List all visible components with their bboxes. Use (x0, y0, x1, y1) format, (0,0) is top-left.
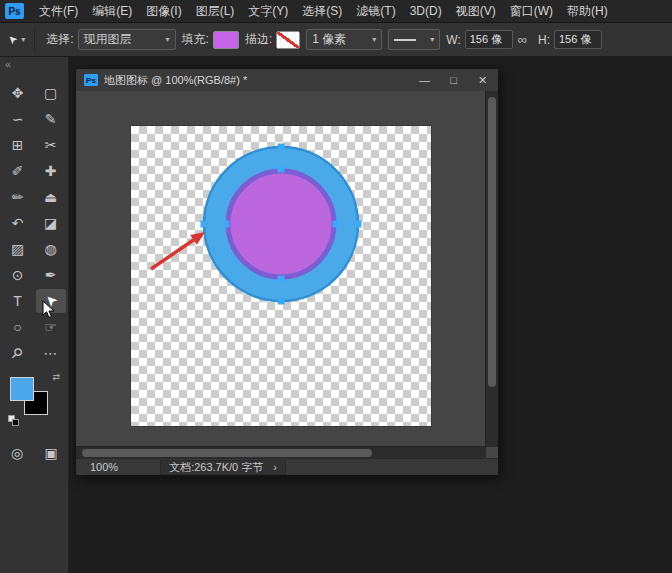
width-input[interactable]: 156 像 (465, 30, 513, 49)
brush-icon: ✏ (12, 189, 24, 205)
anchor-handle[interactable] (278, 166, 285, 173)
anchor-handle[interactable] (355, 221, 362, 228)
canvas-area[interactable] (76, 91, 486, 447)
menu-help[interactable]: 帮助(H) (560, 0, 615, 23)
line-style-icon (394, 39, 416, 41)
annotation-arrow (151, 232, 205, 269)
anchor-handle[interactable] (278, 144, 285, 151)
chevron-down-icon: ▾ (166, 35, 170, 44)
tool-more[interactable]: ⋯ (36, 341, 66, 365)
document-info: 文档:263.7K/0 字节 › (160, 460, 286, 475)
tool-quick-mask[interactable]: ◎ (5, 441, 29, 465)
stroke-style-dropdown[interactable]: ▾ (388, 29, 440, 50)
mouse-cursor-icon (42, 300, 56, 319)
tool-slice[interactable]: ✂ (36, 133, 66, 157)
fill-label: 填充: (182, 31, 209, 48)
document-statusbar: 100% 文档:263.7K/0 字节 › (76, 458, 498, 475)
gradient-icon: ▨ (11, 241, 24, 257)
document-title: 地图图标 @ 100%(RGB/8#) * (104, 73, 411, 88)
menu-window[interactable]: 窗口(W) (503, 0, 560, 23)
inner-circle-shape[interactable] (228, 171, 334, 277)
tool-blur[interactable]: ◍ (36, 237, 66, 261)
anchor-handle[interactable] (278, 276, 285, 283)
tool-screen-mode[interactable]: ▣ (39, 441, 63, 465)
foreground-color-swatch[interactable] (10, 377, 34, 401)
zoom-icon: ⚲ (8, 344, 27, 363)
menu-3d[interactable]: 3D(D) (403, 1, 449, 21)
tool-healing-brush[interactable]: ✚ (36, 159, 66, 183)
horizontal-scrollbar-thumb[interactable] (82, 449, 372, 457)
zoom-level[interactable]: 100% (90, 461, 118, 473)
stroke-width-value: 1 像素 (312, 31, 346, 48)
close-button[interactable]: ✕ (469, 71, 496, 89)
tool-pen[interactable]: ✒ (36, 263, 66, 287)
select-mode-dropdown[interactable]: 现用图层 ▾ (78, 29, 176, 50)
tool-crop[interactable]: ⊞ (3, 133, 33, 157)
document-ps-icon: Ps (84, 74, 98, 86)
status-chevron-icon[interactable]: › (273, 461, 277, 473)
lasso-icon: ∽ (12, 111, 24, 127)
tool-shape[interactable]: ○ (3, 315, 33, 339)
menu-select[interactable]: 选择(S) (295, 0, 349, 23)
current-tool-icon: ➤ (5, 32, 21, 48)
document-titlebar[interactable]: Ps 地图图标 @ 100%(RGB/8#) * — □ ✕ (76, 69, 498, 92)
more-tools-icon: ⋯ (44, 345, 58, 361)
quick-select-icon: ✎ (45, 111, 57, 127)
tool-marquee[interactable]: ▢ (36, 81, 66, 105)
width-label: W: (446, 33, 460, 47)
anchor-handle[interactable] (201, 221, 208, 228)
tool-lasso[interactable]: ∽ (3, 107, 33, 131)
anchor-handle[interactable] (333, 221, 340, 228)
vertical-scrollbar-thumb[interactable] (488, 97, 496, 387)
tool-quick-select[interactable]: ✎ (36, 107, 66, 131)
history-brush-icon: ↶ (12, 215, 24, 231)
quick-mask-icon: ◎ (11, 445, 23, 461)
collapse-panel-icon[interactable]: « (0, 57, 68, 69)
divider (34, 29, 35, 51)
vertical-scrollbar[interactable] (485, 91, 498, 447)
tool-move[interactable]: ✥ (3, 81, 33, 105)
select-mode-label: 选择: (46, 31, 73, 48)
tool-dodge[interactable]: ⊙ (3, 263, 33, 287)
swap-colors-icon[interactable]: ⇄ (52, 372, 60, 382)
eyedropper-icon: ✐ (12, 163, 24, 179)
tool-eyedropper[interactable]: ✐ (3, 159, 33, 183)
tool-clone-stamp[interactable]: ⏏ (36, 185, 66, 209)
stroke-label: 描边: (245, 31, 272, 48)
canvas-transparency-grid[interactable] (131, 126, 431, 426)
tools-grid: ✥ ▢ ∽ ✎ ⊞ ✂ ✐ ✚ ✏ ⏏ ↶ ◪ ▨ ◍ ⊙ ✒ T ➤ ○ ☞ … (3, 81, 66, 365)
minimize-button[interactable]: — (411, 71, 438, 89)
tool-zoom[interactable]: ⚲ (3, 341, 33, 365)
maximize-button[interactable]: □ (440, 71, 467, 89)
options-bar: ➤ ▾ 选择: 现用图层 ▾ 填充: 描边: 1 像素 ▾ ▾ W: 156 像… (0, 23, 672, 57)
select-mode-value: 现用图层 (84, 31, 132, 48)
tool-preset-picker[interactable]: ➤ ▾ (0, 33, 29, 46)
clone-stamp-icon: ⏏ (44, 189, 57, 205)
tool-gradient[interactable]: ▨ (3, 237, 33, 261)
anchor-handle[interactable] (223, 221, 230, 228)
stroke-color-swatch[interactable] (276, 31, 300, 49)
chevron-down-icon: ▾ (372, 35, 376, 44)
height-input[interactable]: 156 像 (554, 30, 602, 49)
document-window: Ps 地图图标 @ 100%(RGB/8#) * — □ ✕ (75, 68, 499, 476)
tool-brush[interactable]: ✏ (3, 185, 33, 209)
anchor-handle[interactable] (278, 298, 285, 305)
link-dimensions-icon[interactable]: ∞ (518, 32, 527, 47)
fill-color-swatch[interactable] (213, 31, 239, 49)
stroke-width-dropdown[interactable]: 1 像素 ▾ (306, 29, 382, 50)
menu-file[interactable]: 文件(F) (32, 0, 85, 23)
chevron-down-icon: ▾ (21, 35, 25, 44)
menu-layer[interactable]: 图层(L) (189, 0, 242, 23)
default-colors-icon[interactable] (8, 415, 20, 427)
menu-filter[interactable]: 滤镜(T) (349, 0, 402, 23)
pen-icon: ✒ (45, 267, 57, 283)
menu-image[interactable]: 图像(I) (139, 0, 188, 23)
menu-view[interactable]: 视图(V) (449, 0, 503, 23)
menu-edit[interactable]: 编辑(E) (85, 0, 139, 23)
workspace: Ps 地图图标 @ 100%(RGB/8#) * — □ ✕ (68, 57, 672, 573)
tool-eraser[interactable]: ◪ (36, 211, 66, 235)
menu-type[interactable]: 文字(Y) (241, 0, 295, 23)
color-swatches: ⇄ (8, 377, 62, 427)
tool-type[interactable]: T (3, 289, 33, 313)
tool-history-brush[interactable]: ↶ (3, 211, 33, 235)
